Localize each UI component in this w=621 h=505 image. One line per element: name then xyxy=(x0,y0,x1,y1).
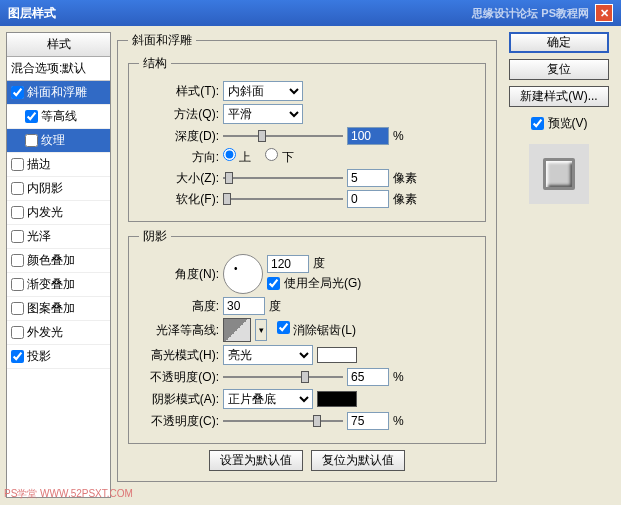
style-item-label: 图案叠加 xyxy=(27,300,75,317)
style-checkbox[interactable] xyxy=(11,254,24,267)
shadow-mode-select[interactable]: 正片叠底 xyxy=(223,389,313,409)
style-item-6[interactable]: 光泽 xyxy=(7,225,110,249)
style-select[interactable]: 内斜面 xyxy=(223,81,303,101)
bevel-emboss-group: 斜面和浮雕 结构 样式(T): 内斜面 方法(Q): 平滑 深度(D): % xyxy=(117,32,497,482)
highlight-opacity-slider[interactable] xyxy=(223,368,343,386)
watermark-bottom: PS学堂 WWW.52PSXT.COM xyxy=(4,487,133,501)
style-checkbox[interactable] xyxy=(25,110,38,123)
dialog-title: 图层样式 xyxy=(8,5,56,22)
highlight-color-swatch[interactable] xyxy=(317,347,357,363)
style-item-3[interactable]: 描边 xyxy=(7,153,110,177)
style-item-label: 内发光 xyxy=(27,204,63,221)
style-item-5[interactable]: 内发光 xyxy=(7,201,110,225)
shading-group: 阴影 角度(N): 度 使用全局光(G) 高度: 度 xyxy=(128,228,486,444)
technique-select[interactable]: 平滑 xyxy=(223,104,303,124)
right-panel: 确定 复位 新建样式(W)... 预览(V) xyxy=(503,32,615,498)
direction-up[interactable]: 上 xyxy=(223,148,251,166)
cancel-button[interactable]: 复位 xyxy=(509,59,609,80)
style-label: 样式(T): xyxy=(139,83,219,100)
new-style-button[interactable]: 新建样式(W)... xyxy=(509,86,609,107)
altitude-input[interactable] xyxy=(223,297,265,315)
style-item-label: 斜面和浮雕 xyxy=(27,84,87,101)
style-item-11[interactable]: 投影 xyxy=(7,345,110,369)
style-item-0[interactable]: 斜面和浮雕 xyxy=(7,81,110,105)
main-panel: 斜面和浮雕 结构 样式(T): 内斜面 方法(Q): 平滑 深度(D): % xyxy=(111,32,503,498)
style-item-7[interactable]: 颜色叠加 xyxy=(7,249,110,273)
style-checkbox[interactable] xyxy=(11,230,24,243)
style-checkbox[interactable] xyxy=(11,302,24,315)
style-item-9[interactable]: 图案叠加 xyxy=(7,297,110,321)
style-item-label: 描边 xyxy=(27,156,51,173)
style-item-label: 内阴影 xyxy=(27,180,63,197)
chevron-down-icon[interactable]: ▾ xyxy=(255,319,267,341)
angle-dial[interactable] xyxy=(223,254,263,294)
title-bar: 图层样式 思缘设计论坛 PS教程网 ✕ xyxy=(0,0,621,26)
depth-slider[interactable] xyxy=(223,127,343,145)
style-checkbox[interactable] xyxy=(11,86,24,99)
section-title: 斜面和浮雕 xyxy=(128,32,196,49)
style-item-label: 渐变叠加 xyxy=(27,276,75,293)
altitude-label: 高度: xyxy=(139,298,219,315)
depth-label: 深度(D): xyxy=(139,128,219,145)
global-light-checkbox[interactable]: 使用全局光(G) xyxy=(267,275,361,292)
style-item-label: 等高线 xyxy=(41,108,77,125)
size-input[interactable] xyxy=(347,169,389,187)
shadow-opacity-label: 不透明度(C): xyxy=(139,413,219,430)
preview-checkbox[interactable]: 预览(V) xyxy=(531,115,588,132)
style-item-label: 光泽 xyxy=(27,228,51,245)
soften-slider[interactable] xyxy=(223,190,343,208)
close-icon[interactable]: ✕ xyxy=(595,4,613,22)
direction-down[interactable]: 下 xyxy=(265,148,293,166)
highlight-opacity-input[interactable] xyxy=(347,368,389,386)
antialias-checkbox[interactable]: 消除锯齿(L) xyxy=(277,321,356,339)
watermark-top: 思缘设计论坛 PS教程网 xyxy=(472,6,589,21)
style-item-label: 投影 xyxy=(27,348,51,365)
style-item-label: 外发光 xyxy=(27,324,63,341)
shadow-opacity-slider[interactable] xyxy=(223,412,343,430)
shadow-opacity-input[interactable] xyxy=(347,412,389,430)
style-item-label: 纹理 xyxy=(41,132,65,149)
technique-label: 方法(Q): xyxy=(139,106,219,123)
make-default-button[interactable]: 设置为默认值 xyxy=(209,450,303,471)
contour-picker[interactable] xyxy=(223,318,251,342)
style-item-label: 颜色叠加 xyxy=(27,252,75,269)
style-checkbox[interactable] xyxy=(11,350,24,363)
style-item-2[interactable]: 纹理 xyxy=(7,129,110,153)
soften-label: 软化(F): xyxy=(139,191,219,208)
soften-input[interactable] xyxy=(347,190,389,208)
shadow-mode-label: 阴影模式(A): xyxy=(139,391,219,408)
style-checkbox[interactable] xyxy=(11,182,24,195)
style-item-1[interactable]: 等高线 xyxy=(7,105,110,129)
style-item-8[interactable]: 渐变叠加 xyxy=(7,273,110,297)
styles-list: 样式 混合选项:默认 斜面和浮雕等高线纹理描边内阴影内发光光泽颜色叠加渐变叠加图… xyxy=(6,32,111,498)
style-item-10[interactable]: 外发光 xyxy=(7,321,110,345)
size-label: 大小(Z): xyxy=(139,170,219,187)
style-checkbox[interactable] xyxy=(11,206,24,219)
depth-input[interactable] xyxy=(347,127,389,145)
highlight-opacity-label: 不透明度(O): xyxy=(139,369,219,386)
blend-options[interactable]: 混合选项:默认 xyxy=(7,57,110,81)
style-checkbox[interactable] xyxy=(11,158,24,171)
preview-thumbnail xyxy=(529,144,589,204)
highlight-mode-label: 高光模式(H): xyxy=(139,347,219,364)
shadow-color-swatch[interactable] xyxy=(317,391,357,407)
style-checkbox[interactable] xyxy=(11,278,24,291)
direction-label: 方向: xyxy=(139,149,219,166)
angle-label: 角度(N): xyxy=(139,266,219,283)
size-slider[interactable] xyxy=(223,169,343,187)
style-item-4[interactable]: 内阴影 xyxy=(7,177,110,201)
gloss-contour-label: 光泽等高线: xyxy=(139,322,219,339)
highlight-mode-select[interactable]: 亮光 xyxy=(223,345,313,365)
styles-header: 样式 xyxy=(7,33,110,57)
style-checkbox[interactable] xyxy=(25,134,38,147)
structure-group: 结构 样式(T): 内斜面 方法(Q): 平滑 深度(D): % 方向: xyxy=(128,55,486,222)
ok-button[interactable]: 确定 xyxy=(509,32,609,53)
angle-input[interactable] xyxy=(267,255,309,273)
reset-default-button[interactable]: 复位为默认值 xyxy=(311,450,405,471)
style-checkbox[interactable] xyxy=(11,326,24,339)
